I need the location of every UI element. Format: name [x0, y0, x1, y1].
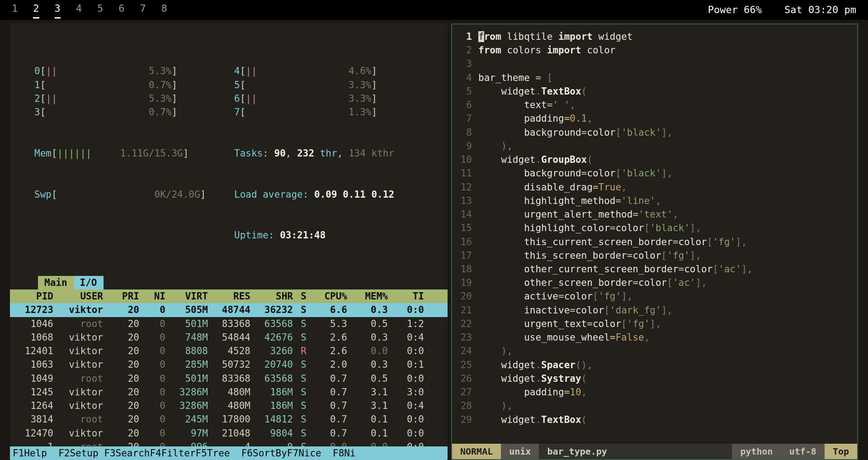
editor-content[interactable]: 1from libqtile import widget2from colors…: [452, 24, 857, 459]
code-line[interactable]: 12 disable_drag=True,: [452, 180, 851, 194]
code-line[interactable]: 26 widget.Systray(: [452, 372, 851, 385]
code-line[interactable]: 19 other_screen_border=color['ac'],: [452, 276, 851, 289]
process-row[interactable]: 1068viktor200748M5484442676S2.60.30:4: [10, 331, 448, 344]
code-line[interactable]: 29 widget.TextBox(: [452, 413, 851, 427]
clock-widget: Sat 03:20 pm: [784, 3, 856, 17]
process-row[interactable]: 1264viktor2003286M480M186MS0.73.10:4: [10, 399, 448, 413]
code-line[interactable]: 14 urgent_alert_method='text',: [452, 208, 851, 221]
workspace-6[interactable]: 6: [118, 1, 124, 19]
code-line[interactable]: 1from libqtile import widget: [452, 30, 851, 43]
status-mode: NORMAL: [452, 444, 501, 459]
code-line[interactable]: 24 ),: [452, 344, 851, 358]
workspace-3[interactable]: 3: [55, 1, 61, 19]
process-row[interactable]: 12723viktor200505M4874436232S6.60.30:0: [10, 303, 448, 317]
code-line[interactable]: 9 ),: [452, 139, 851, 153]
code-line[interactable]: 20 active=color['fg'],: [452, 289, 851, 303]
workspace-switcher: 12345678: [12, 1, 167, 19]
process-row[interactable]: 1245viktor2003286M480M186MS0.73.13:0: [10, 385, 448, 399]
code-line[interactable]: 22 urgent_text=color['fg'],: [452, 317, 851, 331]
code-line[interactable]: 4bar_theme = [: [452, 71, 851, 85]
process-row[interactable]: 3814root200245M1780014812S0.70.10:0: [10, 413, 448, 426]
tab-io[interactable]: I/O: [74, 276, 104, 289]
tab-main[interactable]: Main: [38, 276, 74, 289]
process-row[interactable]: 12401viktor200880845283260R2.60.00:0: [10, 344, 448, 358]
code-line[interactable]: 15 highlight_color=color['black'],: [452, 221, 851, 235]
neovim-window[interactable]: 1from libqtile import widget2from colors…: [451, 24, 858, 460]
code-line[interactable]: 3: [452, 57, 851, 71]
process-row[interactable]: 12470viktor20097M210489804S0.70.10:0: [10, 427, 448, 440]
power-widget: Power 66%: [708, 3, 762, 17]
code-line[interactable]: 21 inactive=color['dark_fg'],: [452, 304, 851, 317]
workspace-1[interactable]: 1: [12, 1, 18, 19]
code-line[interactable]: 10 widget.GroupBox(: [452, 153, 851, 166]
workspace-7[interactable]: 7: [140, 1, 146, 19]
code-line[interactable]: 11 background=color['black'],: [452, 166, 851, 180]
code-line[interactable]: 2from colors import color: [452, 43, 851, 57]
code-line[interactable]: 8 background=color['black'],: [452, 126, 851, 139]
workspace-2[interactable]: 2: [33, 1, 39, 19]
process-row[interactable]: 1063viktor200285M5073220740S2.00.30:1: [10, 358, 448, 371]
code-line[interactable]: 7 padding=0.1,: [452, 112, 851, 125]
code-line[interactable]: 16 this_current_screen_border=color['fg'…: [452, 235, 851, 249]
code-line[interactable]: 6 text=' ',: [452, 98, 851, 112]
status-encoding: utf-8: [781, 444, 825, 459]
editor-statusline: NORMAL unix bar_type.py python utf-8 Top: [452, 444, 857, 459]
htop-window[interactable]: 0[|| 5.3%]1[ 0.7%]2[|| 5.3%]3[ 0.7%]4[||…: [10, 24, 448, 460]
process-row[interactable]: 1046root200501M8336863568S5.30.51:2: [10, 317, 448, 331]
status-filetype: python: [732, 444, 781, 459]
code-line[interactable]: 25 widget.Spacer(),: [452, 358, 851, 372]
htop-tabs: Main I/O: [38, 276, 448, 289]
code-line[interactable]: 5 widget.TextBox(: [452, 85, 851, 98]
workspace-4[interactable]: 4: [76, 1, 82, 19]
qtile-bar: 12345678 Power 66% Sat 03:20 pm: [0, 0, 868, 20]
process-table-header[interactable]: PID USER PRI NI VIRT RES SHR S CPU% MEM%…: [10, 289, 448, 303]
code-line[interactable]: 27 padding=10,: [452, 385, 851, 399]
status-fileformat: unix: [501, 444, 539, 459]
status-position: Top: [825, 444, 857, 459]
workspace-5[interactable]: 5: [97, 1, 103, 19]
workspace-8[interactable]: 8: [161, 1, 167, 19]
status-filename: bar_type.py: [539, 444, 615, 459]
process-row[interactable]: 1049root200501M8336863568S0.70.50:0: [10, 372, 448, 385]
process-table-body[interactable]: 12723viktor200505M4874436232S6.60.30:010…: [10, 303, 448, 460]
htop-meters: 0[|| 5.3%]1[ 0.7%]2[|| 5.3%]3[ 0.7%]4[||…: [10, 24, 448, 274]
code-line[interactable]: 18 other_current_screen_border=color['ac…: [452, 262, 851, 276]
code-line[interactable]: 17 this_screen_border=color['fg'],: [452, 249, 851, 262]
code-line[interactable]: 28 ),: [452, 399, 851, 413]
code-line[interactable]: 13 highlight_method='line',: [452, 194, 851, 208]
code-line[interactable]: 23 use_mouse_wheel=False,: [452, 331, 851, 344]
htop-footer[interactable]: F1Help F2Setup F3SearchF4FilterF5Tree F6…: [10, 446, 448, 460]
